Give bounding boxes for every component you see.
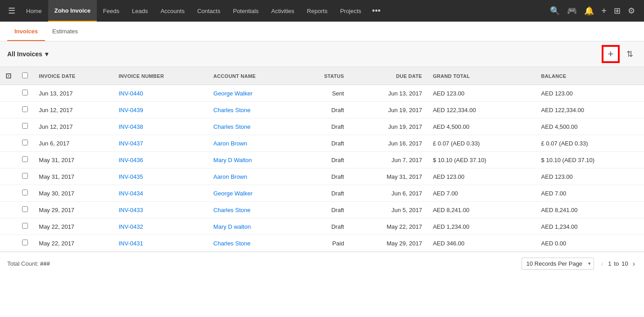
invoice-number-link[interactable]: INV-0434: [118, 190, 143, 197]
row-number: INV-0438: [113, 118, 208, 135]
row-number: INV-0435: [113, 168, 208, 185]
all-invoices-label: All Invoices: [7, 50, 42, 58]
col-header-icon: ⊡: [0, 67, 17, 85]
row-checkbox[interactable]: [22, 90, 28, 95]
col-header-number: INVOICE NUMBER: [113, 67, 208, 85]
row-checkbox[interactable]: [22, 240, 28, 245]
tab-invoices[interactable]: Invoices: [7, 22, 45, 41]
invoice-number-link[interactable]: INV-0438: [118, 123, 143, 130]
nav-leads[interactable]: Leads: [126, 0, 154, 22]
total-count: Total Count: ###: [7, 260, 50, 267]
nav-feeds[interactable]: Feeds: [97, 0, 126, 22]
add-label: +: [608, 48, 614, 60]
footer: Total Count: ### 10 Records Per Page 20 …: [0, 252, 644, 275]
page-end: 10: [621, 260, 628, 267]
row-total: AED 123.00: [427, 168, 535, 185]
row-icon-cell: [0, 85, 17, 102]
table-row: May 31, 2017 INV-0435 Aaron Brown Draft …: [0, 168, 644, 185]
row-checkbox[interactable]: [22, 190, 28, 195]
bell-icon[interactable]: 🔔: [584, 6, 594, 16]
row-checkbox[interactable]: [22, 156, 28, 162]
table-row: May 22, 2017 INV-0432 Mary D walton Draf…: [0, 218, 644, 235]
row-duedate: May 29, 2017: [349, 235, 427, 252]
per-page-select[interactable]: 10 Records Per Page 20 Records Per Page …: [522, 258, 594, 270]
nav-reports[interactable]: Reports: [301, 0, 334, 22]
toolbar-right: + ⇅: [603, 46, 637, 62]
table-row: Jun 12, 2017 INV-0438 Charles Stone Draf…: [0, 118, 644, 135]
row-checkbox[interactable]: [22, 140, 28, 145]
account-name-link[interactable]: Mary D walton: [213, 223, 251, 230]
account-name-link[interactable]: George Walker: [213, 90, 253, 97]
row-number: INV-0432: [113, 218, 208, 235]
invoice-number-link[interactable]: INV-0433: [118, 207, 143, 213]
row-account: George Walker: [208, 185, 298, 202]
row-total: AED 123.00: [427, 85, 535, 102]
invoices-table-container: ⊡ INVOICE DATE INVOICE NUMBER ACCOUNT NA…: [0, 67, 644, 252]
account-name-link[interactable]: Aaron Brown: [213, 140, 247, 147]
invoice-number-link[interactable]: INV-0439: [118, 107, 143, 113]
col-header-balance: BALANCE: [536, 67, 644, 85]
table-row: May 31, 2017 INV-0436 Mary D Walton Draf…: [0, 152, 644, 168]
sort-button[interactable]: ⇅: [622, 47, 637, 61]
add-icon[interactable]: +: [601, 6, 607, 16]
account-name-link[interactable]: Charles Stone: [213, 207, 250, 213]
row-checkbox[interactable]: [22, 223, 28, 229]
invoice-number-link[interactable]: INV-0437: [118, 140, 143, 147]
select-all-checkbox[interactable]: [22, 72, 28, 78]
next-page-button[interactable]: ›: [631, 259, 637, 269]
nav-more[interactable]: •••: [367, 6, 385, 16]
search-icon[interactable]: 🔍: [550, 6, 560, 16]
col-header-check: [17, 67, 33, 85]
row-total: AED 1,234.00: [427, 218, 535, 235]
account-name-link[interactable]: Aaron Brown: [213, 173, 247, 180]
tab-estimates[interactable]: Estimates: [45, 22, 85, 41]
row-status: Draft: [298, 218, 349, 235]
row-total: £ 0.07 (AED 0.33): [427, 135, 535, 152]
prev-page-button[interactable]: ‹: [599, 259, 605, 269]
row-status: Draft: [298, 135, 349, 152]
row-checkbox[interactable]: [22, 123, 28, 129]
row-checkbox[interactable]: [22, 173, 28, 179]
account-name-link[interactable]: Charles Stone: [213, 123, 250, 130]
row-checkbox-cell: [17, 85, 33, 102]
nav-contacts[interactable]: Contacts: [191, 0, 227, 22]
invoice-number-link[interactable]: INV-0436: [118, 157, 143, 163]
account-name-link[interactable]: Mary D Walton: [213, 157, 252, 163]
settings-icon[interactable]: ⚙: [628, 6, 635, 16]
invoice-number-link[interactable]: INV-0440: [118, 90, 143, 97]
row-balance: AED 8,241.00: [536, 202, 644, 218]
nav-zoho-invoice[interactable]: Zoho Invoice: [48, 0, 97, 22]
row-status: Draft: [298, 152, 349, 168]
nav-accounts[interactable]: Accounts: [154, 0, 190, 22]
grid-icon[interactable]: ⊞: [614, 6, 621, 16]
row-status: Draft: [298, 102, 349, 118]
account-name-link[interactable]: Charles Stone: [213, 240, 250, 247]
row-duedate: Jun 19, 2017: [349, 102, 427, 118]
row-number: INV-0434: [113, 185, 208, 202]
pagination-nav: ‹ 1 to 10 ›: [599, 259, 637, 269]
invoice-number-link[interactable]: INV-0435: [118, 173, 143, 180]
account-name-link[interactable]: Charles Stone: [213, 107, 250, 113]
col-header-date: INVOICE DATE: [33, 67, 113, 85]
hamburger-icon[interactable]: ☰: [4, 6, 20, 16]
nav-home[interactable]: Home: [20, 0, 48, 22]
row-checkbox[interactable]: [22, 206, 28, 212]
gamepad-icon[interactable]: 🎮: [567, 6, 577, 16]
row-checkbox-cell: [17, 168, 33, 185]
row-account: Aaron Brown: [208, 135, 298, 152]
row-checkbox[interactable]: [22, 106, 28, 112]
row-icon-cell: [0, 135, 17, 152]
row-account: Aaron Brown: [208, 168, 298, 185]
invoice-number-link[interactable]: INV-0431: [118, 240, 143, 247]
all-invoices-button[interactable]: All Invoices ▾: [7, 50, 48, 58]
add-invoice-button[interactable]: +: [603, 46, 619, 62]
account-name-link[interactable]: George Walker: [213, 190, 253, 197]
nav-potentials[interactable]: Potentials: [227, 0, 265, 22]
row-number: INV-0440: [113, 85, 208, 102]
nav-activities[interactable]: Activities: [265, 0, 300, 22]
nav-projects[interactable]: Projects: [334, 0, 367, 22]
invoice-number-link[interactable]: INV-0432: [118, 223, 143, 230]
table-row: Jun 13, 2017 INV-0440 George Walker Sent…: [0, 85, 644, 102]
row-number: INV-0431: [113, 235, 208, 252]
row-number: INV-0439: [113, 102, 208, 118]
